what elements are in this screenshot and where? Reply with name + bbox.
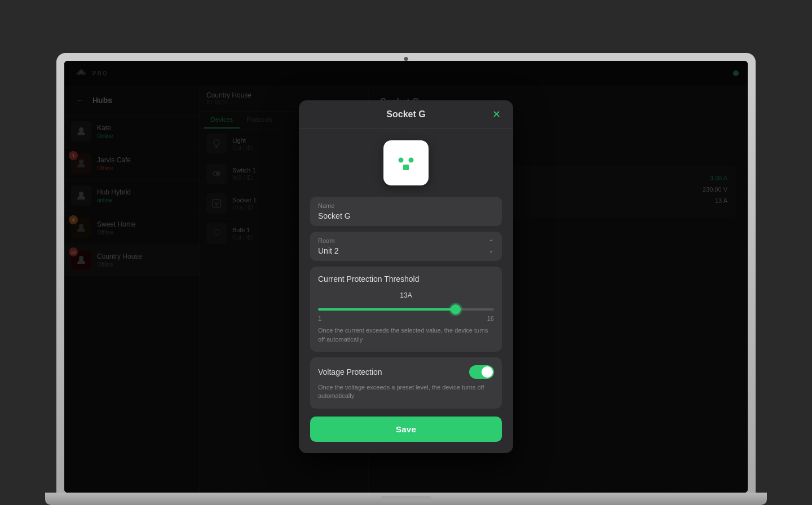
slider-hint: Once the current exceeds the selected va… — [318, 326, 494, 344]
slider-value-label: 13A — [318, 291, 494, 299]
slider-section: Current Protection Threshold 13A 1 16 On… — [310, 267, 502, 352]
modal-socket-icon — [383, 140, 429, 185]
trackpad — [381, 496, 431, 502]
chevron-ud-icon: ⌃⌄ — [488, 238, 494, 254]
slider-title: Current Protection Threshold — [318, 274, 494, 283]
room-label: Room — [318, 237, 339, 244]
toggle-label: Voltage Protection — [318, 367, 382, 376]
save-button[interactable]: Save — [310, 417, 502, 442]
current-threshold-slider[interactable] — [318, 308, 494, 311]
svg-point-19 — [409, 158, 414, 163]
modal-body: Name Socket G Room Unit 2 ⌃⌄ — [299, 129, 513, 453]
modal-dialog: Socket G ✕ — [299, 100, 513, 453]
svg-point-18 — [399, 158, 404, 163]
slider-min: 1 — [318, 315, 321, 322]
name-value: Socket G — [318, 211, 494, 220]
screen: PRO ← Hubs — [64, 61, 748, 493]
name-label: Name — [318, 202, 494, 209]
voltage-protection-toggle[interactable] — [469, 365, 494, 379]
modal-close-button[interactable]: ✕ — [488, 107, 504, 122]
toggle-knob — [482, 366, 493, 378]
modal-overlay[interactable]: Socket G ✕ — [64, 61, 748, 493]
svg-rect-20 — [403, 165, 409, 170]
room-value: Unit 2 — [318, 246, 339, 255]
modal-header: Socket G ✕ — [299, 100, 513, 129]
room-field[interactable]: Room Unit 2 ⌃⌄ — [310, 232, 502, 261]
toggle-section: Voltage Protection Once the voltage exce… — [310, 357, 502, 409]
svg-rect-17 — [392, 149, 420, 176]
camera-notch — [404, 57, 408, 61]
name-field[interactable]: Name Socket G — [310, 197, 502, 226]
modal-title: Socket G — [386, 109, 425, 119]
toggle-row: Voltage Protection — [318, 365, 494, 379]
toggle-hint: Once the voltage exceeds a preset level,… — [318, 383, 494, 401]
slider-max: 16 — [487, 315, 494, 322]
